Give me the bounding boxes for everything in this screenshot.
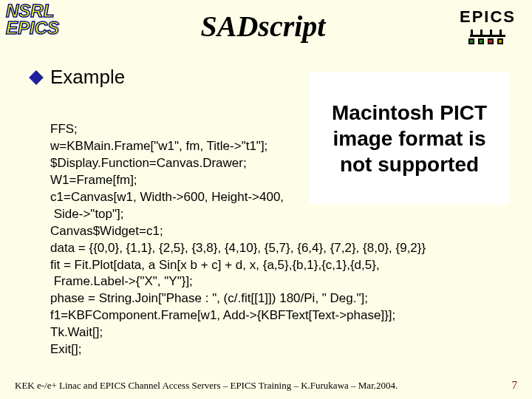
epics-label: EPICS [460,7,516,27]
code-block: FFS; w=KBMain.Frame["w1", fm, Title->"t1… [50,121,510,358]
section-label: Example [50,66,125,89]
page-number: 7 [512,379,518,392]
footer-text: KEK e-/e+ Linac and EPICS Channel Access… [15,380,398,392]
logo-right: EPICS [460,7,516,44]
footer: KEK e-/e+ Linac and EPICS Channel Access… [15,379,517,392]
epics-network-icon [467,28,508,44]
logo-epics-left-text: EPICS [6,20,59,37]
diamond-bullet-icon [29,70,44,85]
page-title: SADscript [9,9,517,44]
slide: NSRL EPICS EPICS SADscript Example Macin… [0,0,532,399]
logo-left: NSRL EPICS [6,3,59,37]
